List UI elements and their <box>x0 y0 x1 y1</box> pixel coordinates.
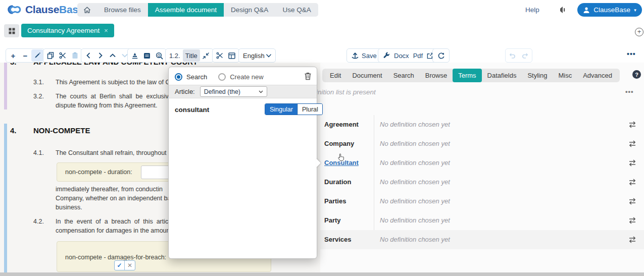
section4-heading[interactable]: NON-COMPETE <box>33 126 90 135</box>
refresh-button[interactable] <box>432 48 450 63</box>
language-select[interactable]: English <box>238 48 276 63</box>
clause-4-1-cont-line2[interactable]: Company, whether on an independent bas <box>56 195 174 202</box>
redo-button[interactable] <box>519 49 531 62</box>
add-clause-button[interactable]: + <box>7 49 19 62</box>
collapse-button[interactable] <box>200 49 212 62</box>
numbering-toggle[interactable]: 1.2. <box>167 52 183 60</box>
main-nav: Browse files Assemble document Design Q&… <box>77 3 318 17</box>
term-row-duration[interactable]: Duration No definition chosen yet <box>320 173 644 192</box>
nav-left-button[interactable] <box>82 49 94 62</box>
help-circle-icon[interactable]: ? <box>632 70 641 79</box>
title-toggle[interactable]: Title <box>183 49 200 62</box>
cancel-button[interactable]: ✕ <box>125 261 135 270</box>
clause-4-1-text[interactable]: The Consultant shall refrain, throughout… <box>56 149 173 156</box>
clause-3-2-line2[interactable]: dispute flowing from this Agreement. <box>56 102 158 109</box>
table-layout-button[interactable] <box>226 49 238 62</box>
add-pane-icon[interactable]: + <box>635 28 643 36</box>
radio-create-label[interactable]: Create new <box>230 73 263 81</box>
radio-search-label[interactable]: Search <box>186 73 207 81</box>
clause-text-button[interactable] <box>141 49 153 62</box>
term-row-consultant[interactable]: Consultant No definition chosen yet <box>320 153 644 173</box>
clause-4-2-line1[interactable]: In the event of a breach of this article… <box>56 218 175 225</box>
term-row-parties[interactable]: Parties No definition chosen yet <box>320 192 644 211</box>
tab-edit[interactable]: Edit <box>324 69 346 82</box>
clause-4-1-cont-line3[interactable]: business. <box>56 204 82 211</box>
copy-button[interactable] <box>44 49 57 62</box>
tab-advanced[interactable]: Advanced <box>577 69 618 82</box>
workspace-grid-button[interactable] <box>4 24 19 37</box>
help-link[interactable]: Help <box>525 6 539 14</box>
save-button[interactable]: Save <box>346 48 382 63</box>
nav-assemble-document[interactable]: Assemble document <box>148 3 224 17</box>
term-name[interactable]: Company <box>324 140 354 147</box>
term-name[interactable]: Duration <box>324 178 351 186</box>
swap-definition-icon[interactable] <box>628 198 637 205</box>
term-name[interactable]: Party <box>324 216 341 224</box>
term-row-party[interactable]: Party No definition chosen yet <box>320 211 644 230</box>
nav-browse-files[interactable]: Browse files <box>97 3 148 17</box>
swap-definition-icon[interactable] <box>628 121 637 128</box>
term-name[interactable]: Agreement <box>324 121 359 128</box>
cut-button[interactable] <box>57 49 69 62</box>
user-caret-icon: ▾ <box>634 8 636 13</box>
nav-use-qa[interactable]: Use Q&A <box>275 3 318 17</box>
term-definition-status: No definition chosen yet <box>380 140 450 147</box>
term-row-company[interactable]: Company No definition chosen yet <box>320 134 644 153</box>
term-definition-status: No definition chosen yet <box>380 178 450 186</box>
swap-definition-icon[interactable] <box>628 217 637 224</box>
plural-button[interactable]: Plural <box>298 104 322 115</box>
export-pdf-button[interactable]: Pdf <box>413 52 423 60</box>
home-button[interactable] <box>77 3 97 17</box>
swap-definition-icon[interactable] <box>628 159 637 167</box>
swap-definition-icon[interactable] <box>628 140 637 147</box>
tab-styling[interactable]: Styling <box>522 69 553 82</box>
stamp-button[interactable] <box>129 49 141 62</box>
tab-search[interactable]: Search <box>388 69 420 82</box>
wrench-icon[interactable] <box>383 52 390 59</box>
clause-4-1-cont-line1[interactable]: immediately thereafter, from conductin <box>56 186 163 193</box>
edit-pencil-button[interactable] <box>31 49 43 62</box>
nav-up-button[interactable] <box>107 49 119 62</box>
singular-button[interactable]: Singular <box>265 104 298 115</box>
text-block-icon <box>143 52 151 59</box>
duration-field-label: non-compete - duration: <box>65 169 132 176</box>
close-tab-icon[interactable]: × <box>104 27 108 34</box>
nav-design-qa[interactable]: Design Q&A <box>224 3 275 17</box>
document-tab[interactable]: Consultancy Agreement × <box>21 24 114 37</box>
speaker-icon[interactable] <box>559 6 566 14</box>
clause-3-2-line1[interactable]: The courts at Berlin shall be exclusivel… <box>56 93 177 100</box>
horizontal-scrollbar[interactable] <box>0 272 644 276</box>
remove-clause-button[interactable]: − <box>19 49 31 62</box>
tab-terms[interactable]: Terms <box>453 69 481 82</box>
undo-button[interactable] <box>507 49 519 62</box>
panel-more-options-icon[interactable]: ••• <box>625 88 634 95</box>
more-options-icon[interactable]: ••• <box>627 50 636 58</box>
term-row-services[interactable]: Services No definition chosen yet <box>320 230 644 249</box>
paste-button[interactable] <box>69 49 81 62</box>
toolbar-navigate-group <box>81 48 132 63</box>
article-select[interactable]: Defined (the) <box>200 86 267 97</box>
clause-4-2-line2[interactable]: compensation for damages in the amount <box>56 227 172 234</box>
term-name[interactable]: Services <box>324 236 352 243</box>
radio-search-selected[interactable] <box>175 73 182 81</box>
tab-browse[interactable]: Browse <box>420 69 453 82</box>
delete-term-icon[interactable] <box>304 72 312 80</box>
confirm-button[interactable]: ✓ <box>115 261 125 270</box>
term-name[interactable]: Parties <box>324 197 346 205</box>
tab-document[interactable]: Document <box>346 69 387 82</box>
split-clause-button[interactable] <box>214 49 226 62</box>
tab-datafields[interactable]: Datafields <box>482 69 522 82</box>
tab-misc[interactable]: Misc <box>553 69 577 82</box>
preview-search-button[interactable]: Q <box>153 49 165 62</box>
user-menu-button[interactable]: ClauseBase ▾ <box>577 3 642 17</box>
term-row-agreement[interactable]: Agreement No definition chosen yet <box>320 115 644 134</box>
swap-definition-icon[interactable] <box>628 236 637 243</box>
popup-anchor-arrow <box>316 158 321 168</box>
export-docx-button[interactable]: Docx <box>394 52 409 60</box>
panel-tab-bar: Edit Document Search Browse Terms Datafi… <box>322 69 620 82</box>
nav-right-button[interactable] <box>94 49 107 62</box>
radio-create-new[interactable] <box>218 73 226 81</box>
swap-definition-icon[interactable] <box>628 179 637 186</box>
top-navbar: ClauseBase Browse files Assemble documen… <box>0 0 644 20</box>
clause-3-1-text[interactable]: This Agreement is subject to the law of … <box>56 79 174 86</box>
